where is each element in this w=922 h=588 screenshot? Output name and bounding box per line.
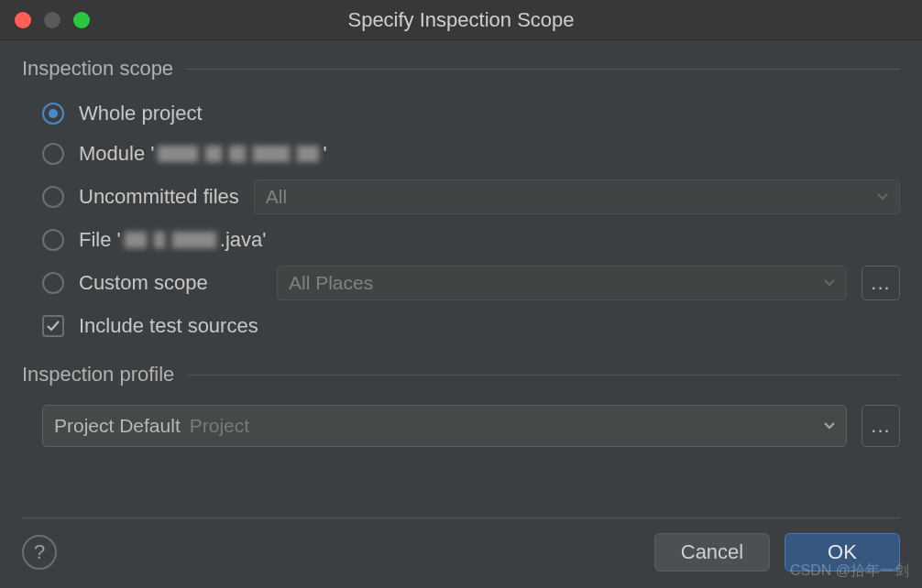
module-prefix: Module ' [79, 142, 154, 166]
profile-combo-value: Project Default [54, 415, 181, 437]
file-prefix: File ' [79, 228, 121, 252]
inspection-scope-group: Inspection scope Whole project Module ' … [22, 57, 900, 355]
inspection-profile-legend: Inspection profile [22, 363, 187, 387]
uncommitted-label: Uncommitted files [79, 185, 239, 209]
uncommitted-combo[interactable]: All [254, 180, 900, 214]
window-controls [15, 12, 90, 28]
ok-button[interactable]: OK [785, 533, 900, 572]
maximize-window-icon[interactable] [73, 12, 90, 28]
custom-scope-label: Custom scope [79, 271, 262, 295]
module-suffix: ' [323, 142, 326, 166]
whole-project-radio[interactable] [42, 103, 64, 125]
whole-project-row[interactable]: Whole project [22, 93, 900, 134]
chevron-down-icon [877, 193, 888, 201]
help-button[interactable]: ? [22, 535, 57, 570]
dialog-title: Specify Inspection Scope [347, 8, 574, 32]
profile-row: Project Default Project ... [22, 399, 900, 452]
custom-scope-combo[interactable]: All Places [277, 266, 847, 300]
custom-scope-row[interactable]: Custom scope All Places ... [22, 260, 900, 306]
file-suffix: .java' [220, 228, 267, 252]
file-label: File ' .java' [79, 228, 266, 252]
dialog-content: Inspection scope Whole project Module ' … [0, 40, 922, 469]
titlebar: Specify Inspection Scope [0, 0, 922, 40]
custom-scope-browse-button[interactable]: ... [862, 266, 900, 300]
uncommitted-row[interactable]: Uncommitted files All [22, 174, 900, 220]
inspection-scope-legend: Inspection scope [22, 57, 186, 81]
include-tests-checkbox[interactable] [42, 315, 64, 337]
minimize-window-icon[interactable] [44, 12, 60, 28]
module-name-redacted [158, 146, 319, 162]
uncommitted-combo-value: All [266, 186, 287, 208]
check-icon [46, 319, 60, 333]
custom-scope-radio[interactable] [42, 272, 64, 294]
uncommitted-radio[interactable] [42, 186, 64, 208]
chevron-down-icon [824, 279, 835, 287]
module-row[interactable]: Module ' ' [22, 134, 900, 174]
profile-browse-button[interactable]: ... [862, 405, 900, 447]
include-tests-row[interactable]: Include test sources [22, 306, 900, 346]
module-radio[interactable] [42, 143, 64, 165]
file-radio[interactable] [42, 229, 64, 251]
inspection-profile-group: Inspection profile Project Default Proje… [22, 363, 900, 462]
module-label: Module ' ' [79, 142, 327, 166]
include-tests-label: Include test sources [79, 314, 258, 338]
profile-combo-hint: Project [190, 415, 249, 437]
file-name-redacted [125, 232, 216, 248]
cancel-button[interactable]: Cancel [654, 533, 770, 572]
profile-combo[interactable]: Project Default Project [42, 405, 847, 447]
close-window-icon[interactable] [15, 12, 31, 28]
file-row[interactable]: File ' .java' [22, 220, 900, 260]
dialog-footer: ? Cancel OK [22, 517, 900, 572]
whole-project-label: Whole project [79, 102, 203, 125]
custom-scope-combo-value: All Places [289, 272, 373, 294]
chevron-down-icon [824, 422, 835, 430]
